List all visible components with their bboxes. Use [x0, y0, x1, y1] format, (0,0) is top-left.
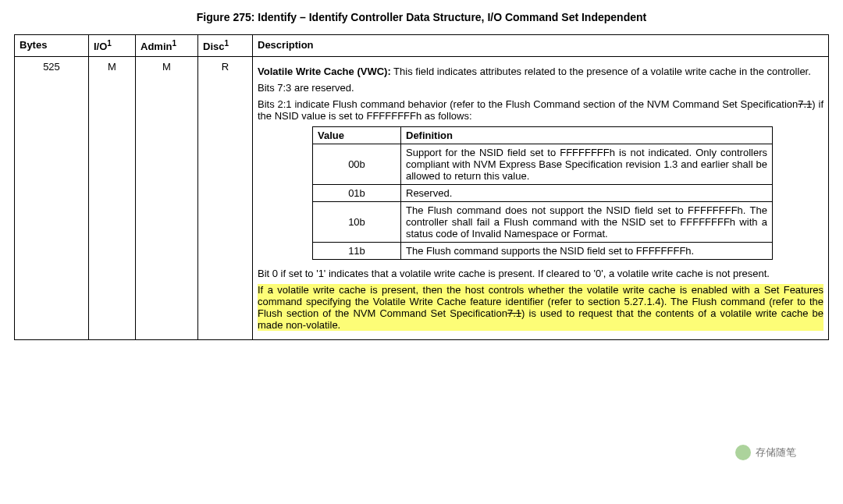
col-io: I/O1 — [89, 35, 136, 57]
spec-table: Bytes I/O1 Admin1 Disc1 Description 525 … — [14, 34, 829, 340]
figure-title: Figure 275: Identify – Identify Controll… — [14, 11, 829, 23]
cell-description: Volatile Write Cache (VWC): This field i… — [253, 57, 829, 340]
cell-admin: M — [136, 57, 198, 340]
value-definition-table: Value Definition 00bSupport for the NSID… — [312, 126, 773, 260]
cell-disc: R — [198, 57, 253, 340]
table-row: 01bReserved. — [313, 185, 773, 202]
value-cell: 10b — [313, 202, 401, 243]
table-row: 10bThe Flush command does not support th… — [313, 202, 773, 243]
col-description: Description — [253, 35, 829, 57]
value-cell: 11b — [313, 243, 401, 260]
definition-cell: Support for the NSID field set to FFFFFF… — [401, 144, 773, 185]
cell-io: M — [89, 57, 136, 340]
vwc-intro: Volatile Write Cache (VWC): This field i… — [258, 66, 823, 77]
inner-col-definition: Definition — [401, 127, 773, 144]
definition-cell: The Flush command does not support the N… — [401, 202, 773, 243]
table-row: 00bSupport for the NSID field set to FFF… — [313, 144, 773, 185]
highlighted-note: If a volatile write cache is present, th… — [258, 284, 823, 331]
definition-cell: The Flush command supports the NSID fiel… — [401, 243, 773, 260]
bits-reserved: Bits 7:3 are reserved. — [258, 82, 823, 94]
bits-21: Bits 2:1 indicate Flush command behavior… — [258, 98, 823, 122]
value-cell: 00b — [313, 144, 401, 185]
cell-bytes: 525 — [15, 57, 89, 340]
value-cell: 01b — [313, 185, 401, 202]
definition-cell: Reserved. — [401, 185, 773, 202]
inner-col-value: Value — [313, 127, 401, 144]
col-disc: Disc1 — [198, 35, 253, 57]
table-row: 525 M M R Volatile Write Cache (VWC): Th… — [15, 57, 829, 340]
table-row: 11bThe Flush command supports the NSID f… — [313, 243, 773, 260]
col-bytes: Bytes — [15, 35, 89, 57]
bit0-text: Bit 0 if set to '1' indicates that a vol… — [258, 268, 823, 279]
col-admin: Admin1 — [136, 35, 198, 57]
